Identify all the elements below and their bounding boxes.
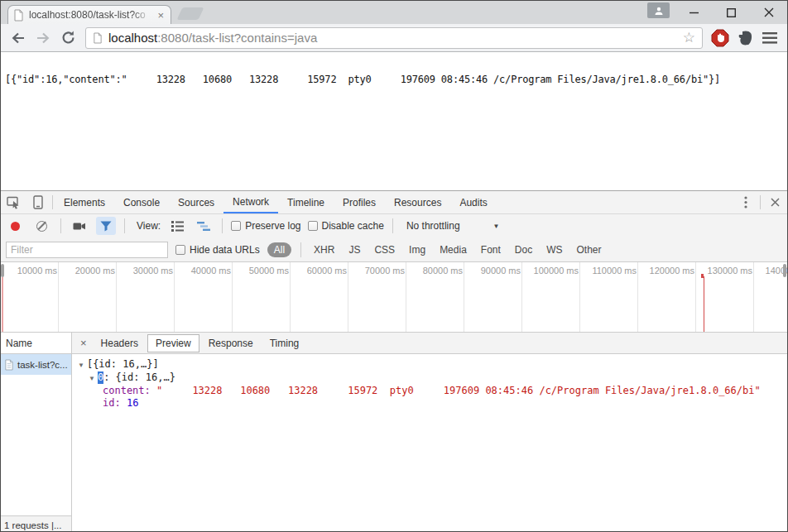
tab-elements[interactable]: Elements (55, 191, 114, 213)
tree-content-property[interactable]: content: " 13228 10680 13228 15972 pty0 … (72, 385, 787, 397)
tab-resources[interactable]: Resources (385, 191, 450, 213)
requests-name-column: Name task-list?c... 1 requests |... (1, 333, 72, 532)
item-text: : {id: 16,…} (103, 371, 175, 384)
preserve-log-label: Preserve log (245, 220, 300, 232)
chevron-down-icon: ▼ (493, 223, 500, 230)
ruler-label: 110000 ms (587, 266, 637, 276)
ruler-label: 20000 ms (65, 266, 115, 276)
tab-preview[interactable]: Preview (147, 334, 199, 352)
filter-type-other[interactable]: Other (574, 244, 605, 256)
filter-type-ws[interactable]: WS (543, 244, 565, 256)
filter-type-doc[interactable]: Doc (512, 244, 536, 256)
close-window-button[interactable] (750, 1, 787, 24)
hide-data-urls-checkbox[interactable]: Hide data URLs (175, 244, 260, 256)
inspect-element-button[interactable] (1, 191, 26, 213)
devtools-close-button[interactable] (762, 191, 787, 213)
request-name: task-list?c... (17, 360, 68, 370)
address-bar[interactable]: localhost:8080/task-list?contains=java ☆ (85, 27, 703, 49)
expand-arrow-icon[interactable]: ▼ (89, 372, 95, 385)
new-tab-button[interactable] (177, 7, 204, 20)
record-button[interactable] (11, 222, 20, 231)
tab-timeline[interactable]: Timeline (278, 191, 334, 213)
tab-close-icon[interactable]: × (156, 9, 166, 22)
evernote-extension-button[interactable] (734, 27, 756, 49)
tab-headers[interactable]: Headers (94, 335, 146, 352)
filter-type-css[interactable]: CSS (371, 244, 398, 256)
device-toolbar-button[interactable] (26, 191, 50, 213)
overview-right-grippy[interactable] (783, 264, 786, 277)
preview-json-tree: ▼[{id: 16,…}] ▼0: {id: 16,…} content: " … (72, 354, 787, 532)
preserve-log-checkbox[interactable]: Preserve log (231, 220, 300, 232)
filter-input[interactable] (6, 242, 168, 258)
tab-network[interactable]: Network (223, 191, 278, 213)
tree-item-node[interactable]: ▼0: {id: 16,…} (72, 371, 787, 385)
minimize-button[interactable] (675, 1, 713, 24)
expand-arrow-icon[interactable]: ▼ (78, 359, 84, 371)
separator (392, 218, 393, 233)
network-overview[interactable]: 10000 ms 20000 ms 30000 ms 40000 ms 5000… (1, 262, 787, 333)
bookmark-star-icon[interactable]: ☆ (683, 29, 695, 46)
property-key: content: (103, 385, 156, 397)
tab-sources[interactable]: Sources (169, 191, 223, 213)
forward-icon (36, 31, 50, 45)
separator (60, 218, 61, 233)
reload-button[interactable] (57, 27, 79, 49)
filter-type-js[interactable]: JS (345, 244, 363, 256)
camera-icon (73, 221, 86, 232)
maximize-button[interactable] (713, 1, 750, 24)
disable-cache-checkbox[interactable]: Disable cache (308, 220, 384, 232)
list-view-button[interactable] (167, 217, 187, 235)
throttling-select[interactable]: No throttling ▼ (401, 220, 505, 232)
item-index: 0 (98, 371, 103, 384)
tab-response[interactable]: Response (201, 335, 261, 352)
navigation-toolbar: localhost:8080/task-list?contains=java ☆ (1, 24, 787, 52)
name-column-header[interactable]: Name (1, 333, 71, 354)
details-close-icon[interactable]: × (75, 337, 92, 349)
details-tabbar: × Headers Preview Response Timing (72, 333, 787, 354)
profile-button[interactable] (647, 2, 670, 18)
clear-requests-button[interactable] (36, 221, 47, 232)
capture-screenshots-button[interactable] (70, 217, 89, 235)
forward-button[interactable] (32, 27, 54, 49)
adblock-icon (711, 29, 729, 47)
devtools-panel: Elements Console Sources Network Timelin… (1, 190, 787, 532)
tab-console[interactable]: Console (114, 191, 169, 213)
filter-toggle-button[interactable] (96, 217, 116, 235)
window-controls (675, 1, 787, 24)
request-doc-icon (4, 359, 14, 371)
tab-audits[interactable]: Audits (450, 191, 496, 213)
requests-summary: 1 requests |... (1, 515, 71, 532)
devtools-close-icon (771, 198, 780, 207)
url-host: localhost (108, 31, 157, 45)
ruler-label: 120000 ms (645, 266, 694, 276)
url-path: :8080/task-list?contains=java (157, 31, 317, 45)
filter-type-xhr[interactable]: XHR (310, 244, 338, 256)
filter-type-font[interactable]: Font (478, 244, 504, 256)
tree-root-node[interactable]: ▼[{id: 16,…}] (72, 358, 787, 371)
browser-menu-button[interactable] (759, 27, 781, 49)
tab-timing[interactable]: Timing (262, 335, 307, 352)
tab-profiles[interactable]: Profiles (334, 191, 385, 213)
inspect-cursor-icon (7, 195, 21, 209)
browser-tab[interactable]: localhost:8080/task-list?co × (7, 5, 171, 24)
separator (222, 218, 223, 233)
network-filter-bar: Hide data URLs All XHR JS CSS Img Media … (1, 237, 787, 262)
tree-id-property[interactable]: id: 16 (72, 397, 787, 410)
waterfall-view-button[interactable] (194, 217, 214, 235)
separator (300, 242, 301, 257)
devtools-menu-button[interactable] (733, 191, 758, 213)
filter-type-img[interactable]: Img (406, 244, 429, 256)
root-text: [{id: 16,…}] (87, 358, 159, 371)
device-phone-icon (33, 195, 43, 209)
filter-type-all[interactable]: All (267, 242, 291, 257)
adblock-extension-button[interactable] (709, 27, 731, 49)
filter-type-media[interactable]: Media (436, 244, 470, 256)
overview-left-grippy[interactable] (1, 264, 4, 277)
disable-cache-label: Disable cache (322, 220, 384, 232)
back-button[interactable] (7, 27, 29, 49)
url-text[interactable]: localhost:8080/task-list?contains=java (108, 31, 677, 45)
ruler-label: 80000 ms (413, 266, 463, 276)
request-row[interactable]: task-list?c... (1, 354, 71, 375)
tab-title: localhost:8080/task-list?co (29, 9, 151, 21)
ruler-label: 10000 ms (7, 266, 57, 276)
